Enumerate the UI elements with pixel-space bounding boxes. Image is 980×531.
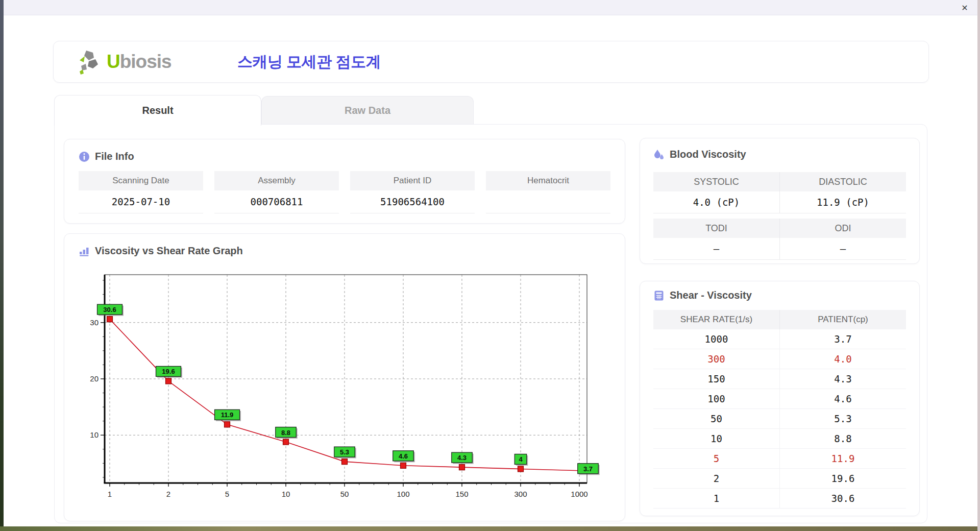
desktop-edge-right bbox=[977, 0, 980, 531]
file-info-header: File Info bbox=[79, 151, 134, 162]
info-icon bbox=[79, 151, 90, 162]
svg-text:4: 4 bbox=[519, 455, 523, 463]
svg-text:100: 100 bbox=[397, 490, 409, 498]
field-label: Assembly bbox=[214, 171, 339, 190]
shear-viscosity-title: Shear - Viscosity bbox=[670, 289, 752, 301]
ubiosis-logo-icon bbox=[77, 49, 104, 75]
window-title-bar: ✕ bbox=[4, 0, 977, 15]
field-value: 51906564100 bbox=[350, 190, 475, 213]
svg-text:8.8: 8.8 bbox=[281, 429, 290, 437]
svg-text:50: 50 bbox=[340, 490, 349, 498]
svg-text:5.3: 5.3 bbox=[340, 448, 349, 456]
diastolic-value: 11.9 (cP) bbox=[780, 191, 906, 213]
shear-table-row: 505.3 bbox=[653, 409, 906, 429]
blood-viscosity-table: SYSTOLIC DIASTOLIC 4.0 (cP) 11.9 (cP) TO… bbox=[653, 172, 906, 260]
odi-label: ODI bbox=[780, 219, 906, 238]
shear-table-row: 3004.0 bbox=[653, 349, 906, 369]
viscosity-graph-card: Viscosity vs Shear Rate Graph 1251050100… bbox=[64, 233, 625, 521]
file-info-card: File Info Scanning Date 2025-07-10 Assem… bbox=[64, 139, 625, 224]
odi-value: – bbox=[780, 238, 906, 260]
shear-table-header: SHEAR RATE(1/s) PATIENT(cp) bbox=[653, 310, 906, 329]
brand-rest: biosis bbox=[120, 51, 172, 72]
field-label: Scanning Date bbox=[79, 171, 203, 190]
file-info-title: File Info bbox=[95, 151, 134, 162]
blood-viscosity-title: Blood Viscosity bbox=[670, 149, 746, 160]
svg-text:5: 5 bbox=[225, 490, 229, 498]
shear-table-row: 1504.3 bbox=[653, 369, 906, 389]
field-scanning-date: Scanning Date 2025-07-10 bbox=[79, 171, 203, 213]
field-label: Hematocrit bbox=[486, 171, 610, 190]
svg-text:4.3: 4.3 bbox=[457, 454, 467, 462]
desktop-edge-left bbox=[0, 0, 4, 531]
desktop-edge-bottom bbox=[0, 526, 980, 531]
graph-header: Viscosity vs Shear Rate Graph bbox=[79, 245, 243, 257]
svg-text:150: 150 bbox=[455, 490, 468, 498]
tab-raw-data[interactable]: Raw Data bbox=[261, 96, 474, 125]
graph-title: Viscosity vs Shear Rate Graph bbox=[95, 245, 243, 257]
col-patient: PATIENT(cp) bbox=[780, 310, 906, 329]
tab-result[interactable]: Result bbox=[54, 95, 261, 126]
svg-text:10: 10 bbox=[282, 490, 290, 498]
todi-value: – bbox=[653, 238, 780, 260]
shear-table-body: 10003.73004.01504.31004.6505.3108.8511.9… bbox=[653, 329, 906, 509]
systolic-label: SYSTOLIC bbox=[653, 172, 780, 191]
droplets-icon bbox=[653, 149, 665, 160]
svg-text:19.6: 19.6 bbox=[162, 368, 175, 375]
blood-viscosity-header: Blood Viscosity bbox=[653, 149, 746, 160]
diastolic-label: DIASTOLIC bbox=[780, 172, 906, 191]
app-title: 스캐닝 모세관 점도계 bbox=[237, 41, 381, 82]
header-card: Ubiosis 스캐닝 모세관 점도계 bbox=[53, 41, 929, 83]
brand: Ubiosis bbox=[77, 49, 172, 75]
svg-text:300: 300 bbox=[514, 490, 527, 498]
shear-table-row: 1004.6 bbox=[653, 389, 906, 409]
brand-letter-u: U bbox=[107, 51, 120, 72]
svg-text:2: 2 bbox=[166, 490, 170, 498]
field-value bbox=[486, 190, 610, 213]
col-shear-rate: SHEAR RATE(1/s) bbox=[653, 310, 780, 329]
svg-text:30.6: 30.6 bbox=[103, 306, 116, 313]
close-button[interactable]: ✕ bbox=[959, 2, 970, 13]
todi-label: TODI bbox=[653, 219, 780, 238]
svg-text:1: 1 bbox=[108, 490, 112, 498]
svg-text:4.6: 4.6 bbox=[399, 452, 408, 460]
svg-text:20: 20 bbox=[90, 374, 99, 383]
blood-viscosity-card: Blood Viscosity SYSTOLIC DIASTOLIC 4.0 (… bbox=[640, 138, 920, 264]
shear-viscosity-card: Shear - Viscosity SHEAR RATE(1/s) PATIEN… bbox=[640, 281, 920, 516]
calculator-icon bbox=[653, 290, 665, 301]
shear-table-row: 10003.7 bbox=[653, 329, 906, 349]
field-hematocrit: Hematocrit bbox=[486, 171, 610, 213]
field-value: 2025-07-10 bbox=[79, 190, 203, 213]
shear-table-row: 511.9 bbox=[653, 449, 906, 469]
viscosity-chart: 1251050100150300100010203030.619.611.98.… bbox=[77, 269, 618, 509]
shear-viscosity-header: Shear - Viscosity bbox=[653, 289, 752, 301]
brand-wordmark: Ubiosis bbox=[107, 51, 172, 73]
shear-viscosity-table: SHEAR RATE(1/s) PATIENT(cp) 10003.73004.… bbox=[653, 310, 906, 509]
file-info-grid: Scanning Date 2025-07-10 Assembly 000706… bbox=[79, 171, 610, 213]
field-patient-id: Patient ID 51906564100 bbox=[350, 171, 475, 213]
shear-table-row: 219.6 bbox=[653, 469, 906, 489]
shear-table-row: 108.8 bbox=[653, 429, 906, 449]
bar-chart-icon bbox=[79, 246, 90, 257]
field-assembly: Assembly 000706811 bbox=[214, 171, 339, 213]
shear-table-row: 130.6 bbox=[653, 489, 906, 509]
systolic-value: 4.0 (cP) bbox=[653, 191, 780, 213]
viscosity-chart-svg: 1251050100150300100010203030.619.611.98.… bbox=[77, 269, 618, 509]
field-value: 000706811 bbox=[214, 190, 339, 213]
svg-text:1000: 1000 bbox=[571, 490, 587, 498]
field-label: Patient ID bbox=[350, 171, 475, 190]
svg-text:3.7: 3.7 bbox=[583, 465, 593, 473]
svg-text:30: 30 bbox=[90, 318, 99, 327]
svg-text:10: 10 bbox=[90, 430, 99, 439]
svg-text:11.9: 11.9 bbox=[221, 411, 234, 419]
